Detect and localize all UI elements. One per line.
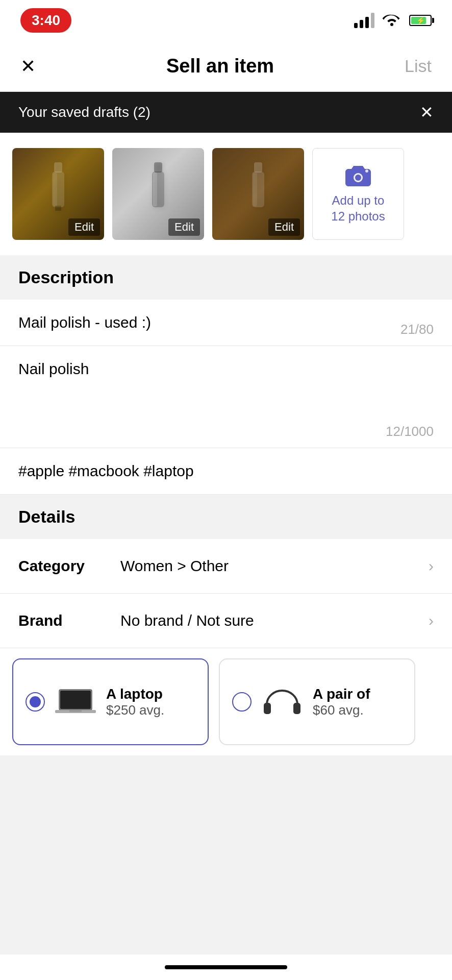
category-chevron-icon: ›	[429, 557, 434, 575]
suggestion-card-0[interactable]: A laptop $250 avg.	[12, 658, 209, 745]
category-value: Women > Other	[100, 557, 429, 575]
svg-rect-7	[254, 162, 262, 173]
description-section-header: Description	[0, 255, 452, 300]
description-field-row[interactable]: Nail polish 12/1000	[0, 346, 452, 448]
suggestion-name-1: A pair of	[313, 686, 370, 702]
svg-rect-9	[253, 173, 257, 206]
status-icons: ⚡	[354, 12, 432, 30]
suggestion-info-1: A pair of $60 avg.	[313, 686, 370, 718]
radio-empty-icon[interactable]	[232, 692, 252, 712]
svg-rect-6	[153, 173, 157, 206]
svg-point-12	[355, 175, 361, 181]
suggestion-card-1[interactable]: A pair of $60 avg.	[219, 658, 415, 745]
drafts-text: Your saved drafts (2)	[18, 104, 150, 120]
svg-rect-4	[154, 162, 162, 173]
suggestion-name-0: A laptop	[106, 686, 164, 702]
svg-rect-2	[53, 173, 57, 206]
bottle-2	[143, 162, 173, 226]
page-title: Sell an item	[166, 55, 274, 77]
bottle-1	[43, 162, 73, 226]
radio-filled-icon[interactable]	[26, 692, 45, 712]
suggestion-info-0: A laptop $250 avg.	[106, 686, 164, 718]
photos-section: Edit Edit Edit	[0, 133, 452, 255]
status-time: 3:40	[20, 8, 71, 33]
list-button[interactable]: List	[405, 56, 432, 76]
title-field[interactable]: Mail polish - used :)	[18, 314, 434, 331]
title-counter: 21/80	[400, 322, 434, 337]
suggestion-price-1: $60 avg.	[313, 702, 370, 718]
details-label: Details	[18, 507, 76, 526]
camera-icon	[344, 164, 372, 186]
svg-rect-18	[264, 703, 271, 714]
svg-point-13	[365, 169, 368, 173]
title-field-row[interactable]: Mail polish - used :) 21/80	[0, 300, 452, 346]
laptop-icon	[55, 687, 96, 717]
brand-label: Brand	[18, 612, 100, 629]
brand-chevron-icon: ›	[429, 612, 434, 629]
photo-thumb-1[interactable]: Edit	[12, 148, 104, 240]
svg-rect-15	[60, 691, 91, 709]
headphones-icon	[262, 687, 303, 717]
svg-rect-19	[293, 703, 300, 714]
signal-bars-icon	[354, 13, 374, 28]
bottom-bar	[0, 954, 452, 980]
description-label: Description	[18, 267, 114, 287]
edit-label-1[interactable]: Edit	[68, 218, 100, 236]
bottle-3	[243, 162, 273, 226]
close-button[interactable]: ✕	[20, 56, 36, 77]
photo-thumb-3[interactable]: Edit	[212, 148, 304, 240]
drafts-banner: Your saved drafts (2) ✕	[0, 92, 452, 133]
details-section-header: Details	[0, 495, 452, 539]
add-photos-label: Add up to12 photos	[331, 192, 385, 224]
edit-label-3[interactable]: Edit	[268, 218, 300, 236]
add-photos-button[interactable]: Add up to12 photos	[312, 148, 404, 240]
edit-label-2[interactable]: Edit	[168, 218, 200, 236]
wifi-icon	[383, 12, 401, 30]
svg-rect-3	[55, 206, 61, 211]
description-counter: 12/1000	[386, 424, 434, 439]
category-label: Category	[18, 557, 100, 575]
drafts-close-button[interactable]: ✕	[420, 103, 434, 122]
nav-bar: ✕ Sell an item List	[0, 41, 452, 92]
svg-rect-17	[69, 710, 82, 712]
battery-icon: ⚡	[409, 15, 432, 26]
status-bar: 3:40 ⚡	[0, 0, 452, 41]
svg-rect-0	[54, 162, 62, 173]
brand-row[interactable]: Brand No brand / Not sure ›	[0, 594, 452, 648]
category-row[interactable]: Category Women > Other ›	[0, 539, 452, 594]
tags-field[interactable]: #apple #macbook #laptop	[18, 462, 434, 480]
description-field[interactable]: Nail polish	[18, 360, 434, 378]
brand-value: No brand / Not sure	[100, 612, 429, 629]
photo-thumb-2[interactable]: Edit	[112, 148, 204, 240]
suggestions-row: A laptop $250 avg. A pair of $60 avg.	[0, 648, 452, 755]
home-indicator	[165, 965, 287, 969]
suggestion-price-0: $250 avg.	[106, 702, 164, 718]
tags-field-row[interactable]: #apple #macbook #laptop	[0, 448, 452, 495]
